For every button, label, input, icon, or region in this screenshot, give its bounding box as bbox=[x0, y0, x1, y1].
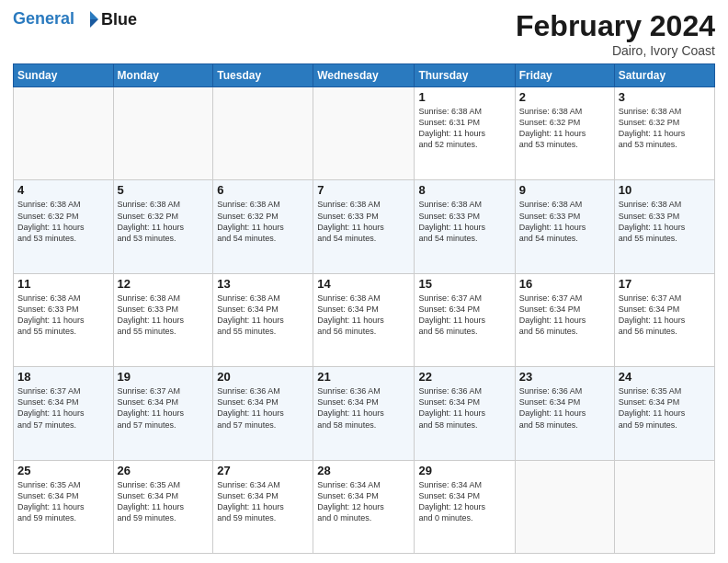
month-title: February 2024 bbox=[516, 9, 715, 43]
day-info: Sunrise: 6:37 AM Sunset: 6:34 PM Dayligh… bbox=[418, 293, 510, 338]
svg-marker-0 bbox=[90, 11, 98, 19]
day-number: 6 bbox=[217, 183, 309, 197]
day-number: 13 bbox=[217, 277, 309, 291]
day-number: 24 bbox=[619, 370, 711, 384]
table-row bbox=[113, 87, 213, 180]
table-row: 8Sunrise: 6:38 AM Sunset: 6:33 PM Daylig… bbox=[415, 180, 515, 273]
location: Dairo, Ivory Coast bbox=[516, 43, 715, 58]
calendar-table: Sunday Monday Tuesday Wednesday Thursday… bbox=[13, 63, 715, 554]
day-number: 26 bbox=[118, 464, 210, 477]
day-info: Sunrise: 6:37 AM Sunset: 6:34 PM Dayligh… bbox=[619, 293, 711, 338]
table-row: 5Sunrise: 6:38 AM Sunset: 6:32 PM Daylig… bbox=[113, 180, 213, 273]
calendar-week-row: 18Sunrise: 6:37 AM Sunset: 6:34 PM Dayli… bbox=[14, 367, 715, 460]
table-row: 15Sunrise: 6:37 AM Sunset: 6:34 PM Dayli… bbox=[415, 273, 515, 366]
table-row: 14Sunrise: 6:38 AM Sunset: 6:34 PM Dayli… bbox=[313, 273, 415, 366]
day-number: 16 bbox=[519, 277, 610, 291]
day-info: Sunrise: 6:35 AM Sunset: 6:34 PM Dayligh… bbox=[17, 479, 109, 524]
table-row: 10Sunrise: 6:38 AM Sunset: 6:33 PM Dayli… bbox=[614, 180, 714, 273]
col-tuesday: Tuesday bbox=[213, 64, 313, 87]
table-row bbox=[313, 87, 415, 180]
day-info: Sunrise: 6:34 AM Sunset: 6:34 PM Dayligh… bbox=[317, 479, 410, 524]
table-row bbox=[614, 460, 714, 553]
table-row: 7Sunrise: 6:38 AM Sunset: 6:33 PM Daylig… bbox=[313, 180, 415, 273]
table-row: 11Sunrise: 6:38 AM Sunset: 6:33 PM Dayli… bbox=[14, 273, 114, 366]
day-info: Sunrise: 6:34 AM Sunset: 6:34 PM Dayligh… bbox=[217, 479, 309, 524]
calendar-week-row: 1Sunrise: 6:38 AM Sunset: 6:31 PM Daylig… bbox=[14, 87, 715, 180]
day-info: Sunrise: 6:37 AM Sunset: 6:34 PM Dayligh… bbox=[519, 293, 610, 338]
table-row: 13Sunrise: 6:38 AM Sunset: 6:34 PM Dayli… bbox=[213, 273, 313, 366]
table-row: 26Sunrise: 6:35 AM Sunset: 6:34 PM Dayli… bbox=[113, 460, 213, 553]
table-row: 1Sunrise: 6:38 AM Sunset: 6:31 PM Daylig… bbox=[415, 87, 515, 180]
day-info: Sunrise: 6:38 AM Sunset: 6:32 PM Dayligh… bbox=[17, 199, 109, 244]
day-number: 10 bbox=[619, 183, 711, 197]
table-row: 19Sunrise: 6:37 AM Sunset: 6:34 PM Dayli… bbox=[113, 367, 213, 460]
day-number: 2 bbox=[519, 90, 610, 104]
table-row: 12Sunrise: 6:38 AM Sunset: 6:33 PM Dayli… bbox=[113, 273, 213, 366]
day-number: 25 bbox=[17, 464, 109, 477]
day-info: Sunrise: 6:38 AM Sunset: 6:32 PM Dayligh… bbox=[217, 199, 309, 244]
page: General Blue February 2024 Dairo, Ivory … bbox=[0, 0, 728, 563]
table-row: 27Sunrise: 6:34 AM Sunset: 6:34 PM Dayli… bbox=[213, 460, 313, 553]
day-info: Sunrise: 6:38 AM Sunset: 6:33 PM Dayligh… bbox=[418, 199, 510, 244]
logo: General Blue bbox=[13, 9, 137, 29]
calendar-week-row: 11Sunrise: 6:38 AM Sunset: 6:33 PM Dayli… bbox=[14, 273, 715, 366]
logo-blue: Blue bbox=[101, 10, 137, 29]
day-info: Sunrise: 6:38 AM Sunset: 6:32 PM Dayligh… bbox=[519, 106, 610, 151]
table-row: 22Sunrise: 6:36 AM Sunset: 6:34 PM Dayli… bbox=[415, 367, 515, 460]
day-number: 12 bbox=[118, 277, 210, 291]
col-sunday: Sunday bbox=[14, 64, 114, 87]
day-info: Sunrise: 6:36 AM Sunset: 6:34 PM Dayligh… bbox=[519, 385, 610, 431]
day-info: Sunrise: 6:38 AM Sunset: 6:32 PM Dayligh… bbox=[118, 199, 210, 244]
day-info: Sunrise: 6:35 AM Sunset: 6:34 PM Dayligh… bbox=[118, 479, 210, 524]
col-saturday: Saturday bbox=[614, 64, 714, 87]
logo-general: General bbox=[13, 9, 74, 28]
day-number: 22 bbox=[418, 370, 510, 384]
table-row: 2Sunrise: 6:38 AM Sunset: 6:32 PM Daylig… bbox=[515, 87, 614, 180]
day-info: Sunrise: 6:34 AM Sunset: 6:34 PM Dayligh… bbox=[418, 479, 510, 524]
day-number: 5 bbox=[118, 183, 210, 197]
day-info: Sunrise: 6:38 AM Sunset: 6:34 PM Dayligh… bbox=[317, 293, 410, 338]
table-row: 25Sunrise: 6:35 AM Sunset: 6:34 PM Dayli… bbox=[14, 460, 114, 553]
table-row: 24Sunrise: 6:35 AM Sunset: 6:34 PM Dayli… bbox=[614, 367, 714, 460]
table-row bbox=[515, 460, 614, 553]
day-number: 19 bbox=[118, 370, 210, 384]
table-row: 16Sunrise: 6:37 AM Sunset: 6:34 PM Dayli… bbox=[515, 273, 614, 366]
day-info: Sunrise: 6:36 AM Sunset: 6:34 PM Dayligh… bbox=[217, 385, 309, 431]
table-row: 28Sunrise: 6:34 AM Sunset: 6:34 PM Dayli… bbox=[313, 460, 415, 553]
col-thursday: Thursday bbox=[415, 64, 515, 87]
day-number: 4 bbox=[17, 183, 109, 197]
day-number: 21 bbox=[317, 370, 410, 384]
day-info: Sunrise: 6:38 AM Sunset: 6:33 PM Dayligh… bbox=[317, 199, 410, 244]
day-info: Sunrise: 6:38 AM Sunset: 6:33 PM Dayligh… bbox=[17, 293, 109, 338]
table-row: 23Sunrise: 6:36 AM Sunset: 6:34 PM Dayli… bbox=[515, 367, 614, 460]
day-number: 23 bbox=[519, 370, 610, 384]
day-number: 11 bbox=[17, 277, 109, 291]
table-row: 3Sunrise: 6:38 AM Sunset: 6:32 PM Daylig… bbox=[614, 87, 714, 180]
day-info: Sunrise: 6:37 AM Sunset: 6:34 PM Dayligh… bbox=[118, 385, 210, 431]
day-info: Sunrise: 6:38 AM Sunset: 6:33 PM Dayligh… bbox=[619, 199, 711, 244]
table-row: 9Sunrise: 6:38 AM Sunset: 6:33 PM Daylig… bbox=[515, 180, 614, 273]
day-info: Sunrise: 6:37 AM Sunset: 6:34 PM Dayligh… bbox=[17, 385, 109, 431]
day-info: Sunrise: 6:38 AM Sunset: 6:33 PM Dayligh… bbox=[118, 293, 210, 338]
table-row: 4Sunrise: 6:38 AM Sunset: 6:32 PM Daylig… bbox=[14, 180, 114, 273]
calendar-header-row: Sunday Monday Tuesday Wednesday Thursday… bbox=[14, 64, 715, 87]
day-number: 8 bbox=[418, 183, 510, 197]
day-number: 18 bbox=[17, 370, 109, 384]
svg-marker-1 bbox=[90, 19, 98, 28]
header: General Blue February 2024 Dairo, Ivory … bbox=[13, 9, 715, 58]
table-row: 6Sunrise: 6:38 AM Sunset: 6:32 PM Daylig… bbox=[213, 180, 313, 273]
day-number: 20 bbox=[217, 370, 309, 384]
day-number: 29 bbox=[418, 464, 510, 477]
day-info: Sunrise: 6:38 AM Sunset: 6:33 PM Dayligh… bbox=[519, 199, 610, 244]
logo-text: General bbox=[13, 9, 101, 29]
day-info: Sunrise: 6:38 AM Sunset: 6:31 PM Dayligh… bbox=[418, 106, 510, 151]
title-area: February 2024 Dairo, Ivory Coast bbox=[516, 9, 715, 58]
day-info: Sunrise: 6:36 AM Sunset: 6:34 PM Dayligh… bbox=[418, 385, 510, 431]
logo-icon bbox=[80, 9, 100, 29]
day-number: 17 bbox=[619, 277, 711, 291]
day-info: Sunrise: 6:38 AM Sunset: 6:32 PM Dayligh… bbox=[619, 106, 711, 151]
day-number: 14 bbox=[317, 277, 410, 291]
table-row bbox=[213, 87, 313, 180]
day-number: 15 bbox=[418, 277, 510, 291]
calendar-week-row: 25Sunrise: 6:35 AM Sunset: 6:34 PM Dayli… bbox=[14, 460, 715, 553]
